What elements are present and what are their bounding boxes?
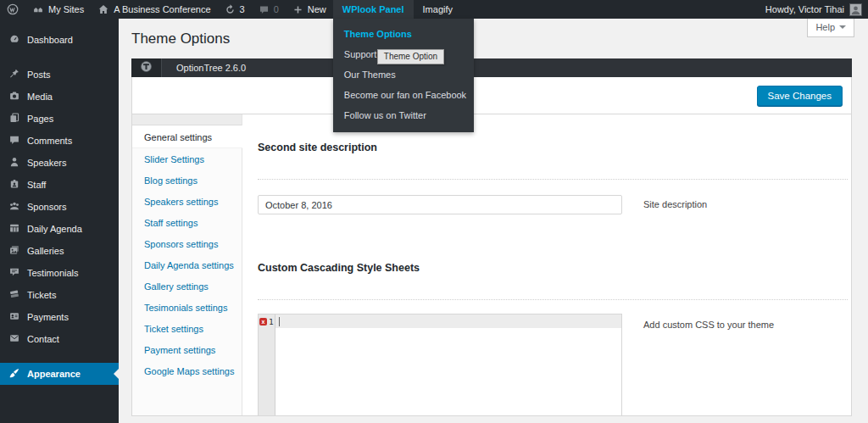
- wordpress-logo-button[interactable]: [0, 0, 25, 19]
- section-heading-custom-css: Custom Cascading Style Sheets: [258, 262, 851, 274]
- custom-css-field-row: x 1 Add custom CSS to: [258, 314, 851, 415]
- tab-list-spacer: [132, 114, 242, 125]
- wplook-panel-label: WPlook Panel: [342, 4, 404, 14]
- tab-daily-agenda-settings[interactable]: Daily Agenda settings: [132, 254, 242, 276]
- sidebar-item-comments[interactable]: Comments: [0, 130, 119, 152]
- editor-active-line: [275, 314, 621, 328]
- wplook-panel-menu-wrap: WPlook Panel Theme Options Support Our T…: [333, 0, 414, 19]
- tab-general-settings[interactable]: General settings: [132, 125, 242, 148]
- submenu-twitter[interactable]: Follow us on Twitter: [333, 105, 474, 125]
- avatar: [849, 3, 862, 16]
- camera-icon: [8, 90, 20, 103]
- tab-gallery-settings[interactable]: Gallery settings: [132, 276, 242, 297]
- save-changes-button[interactable]: Save Changes: [757, 86, 843, 106]
- custom-css-section: Custom Cascading Style Sheets x 1: [258, 262, 851, 415]
- sidebar-label: Comments: [27, 136, 72, 146]
- tab-google-maps-settings[interactable]: Google Maps settings: [132, 360, 242, 381]
- imagify-label: Imagify: [423, 4, 453, 14]
- new-content-menu[interactable]: New: [286, 0, 333, 19]
- home-icon: [97, 3, 109, 15]
- theme-option-tooltip: Theme Option: [377, 49, 444, 64]
- submenu-theme-options[interactable]: Theme Options: [333, 24, 474, 44]
- tab-speakers-settings[interactable]: Speakers settings: [132, 191, 242, 212]
- sidebar-label: Daily Agenda: [27, 224, 82, 234]
- sidebar-label: Media: [27, 92, 53, 102]
- wplook-panel-dropdown: Theme Options Support Our Themes Become …: [333, 19, 474, 132]
- tab-payment-settings[interactable]: Payment settings: [132, 339, 242, 360]
- pages-icon: [8, 112, 20, 125]
- new-label: New: [308, 4, 326, 14]
- settings-content: Second site description Site description…: [242, 114, 851, 415]
- sidebar-item-media[interactable]: Media: [0, 86, 119, 108]
- submenu-facebook[interactable]: Become our fan on Facebook: [333, 85, 474, 105]
- section-heading-site-description: Second site description: [258, 142, 851, 153]
- tab-tesimonials-settings[interactable]: Tesimonials settings: [132, 297, 242, 318]
- sidebar-item-sponsors[interactable]: Sponsors: [0, 196, 119, 218]
- sidebar-item-appearance[interactable]: Appearance: [0, 363, 119, 385]
- css-code-editor[interactable]: x 1: [258, 314, 622, 415]
- tab-ticket-settings[interactable]: Ticket settings: [132, 318, 242, 339]
- settings-tab-list: General settings Slider Settings Blog se…: [132, 114, 242, 415]
- sidebar-item-posts[interactable]: Posts: [0, 64, 119, 86]
- sidebar-item-contact[interactable]: Contact: [0, 328, 119, 350]
- gallery-icon: [8, 244, 20, 258]
- sidebar-label: Dashboard: [27, 35, 73, 45]
- sidebar-item-galleries[interactable]: Galleries: [0, 240, 119, 262]
- sidebar-item-payments[interactable]: Payments: [0, 306, 119, 328]
- site-name-menu[interactable]: A Business Conference: [91, 0, 217, 19]
- testimonial-bubble-icon: [8, 266, 20, 280]
- tickets-icon: [8, 288, 20, 302]
- schedule-grid-icon: [8, 222, 20, 236]
- admin-bar: My Sites A Business Conference 3 0 New W…: [0, 0, 868, 19]
- sidebar-item-tickets[interactable]: Tickets: [0, 284, 119, 306]
- sidebar-separator: [0, 350, 119, 363]
- dashboard-icon: [8, 33, 20, 47]
- tab-sponsors-settings[interactable]: Sponsors settings: [132, 233, 242, 254]
- site-description-input[interactable]: [258, 195, 622, 214]
- sidebar-item-speakers[interactable]: Speakers: [0, 152, 119, 174]
- sidebar-label: Contact: [27, 334, 59, 344]
- admin-bar-account[interactable]: Howdy, Victor Tihai: [765, 0, 868, 19]
- update-count: 3: [240, 4, 245, 14]
- comments-icon: [8, 134, 20, 147]
- sidebar-item-dashboard[interactable]: Dashboard: [0, 29, 119, 51]
- pin-icon: [8, 68, 20, 81]
- comment-bubble-icon: [259, 4, 270, 15]
- actions-bar: Save Changes: [131, 77, 852, 114]
- my-sites-icon: [32, 3, 44, 15]
- settings-body: General settings Slider Settings Blog se…: [131, 114, 852, 416]
- wplook-panel-menu[interactable]: WPlook Panel: [333, 0, 414, 19]
- submenu-our-themes[interactable]: Our Themes: [333, 64, 474, 85]
- sidebar-label: Speakers: [27, 158, 66, 168]
- paintbrush-icon: [8, 367, 20, 381]
- custom-css-help-text: Add custom CSS to your theme: [622, 314, 774, 330]
- sidebar-label: Appearance: [27, 369, 81, 379]
- editor-code-area[interactable]: [275, 314, 621, 415]
- sidebar-label: Sponsors: [27, 202, 66, 212]
- tab-blog-settings[interactable]: Blog settings: [132, 170, 242, 191]
- sidebar-label: Tickets: [27, 290, 56, 300]
- editor-gutter-line-1: x 1: [259, 314, 275, 328]
- tab-staff-settings[interactable]: Staff settings: [132, 212, 242, 233]
- sidebar-label: Testimonials: [27, 268, 79, 278]
- help-tab-button[interactable]: Help: [807, 19, 854, 37]
- sidebar-label: Staff: [27, 180, 46, 190]
- dotted-divider: [258, 179, 848, 180]
- my-sites-menu[interactable]: My Sites: [25, 0, 91, 19]
- sidebar-item-pages[interactable]: Pages: [0, 108, 119, 130]
- tab-slider-settings[interactable]: Slider Settings: [132, 148, 242, 170]
- sidebar-item-daily-agenda[interactable]: Daily Agenda: [0, 218, 119, 240]
- updates-icon: [225, 4, 236, 15]
- updates-menu[interactable]: 3: [218, 0, 252, 19]
- sidebar-item-testimonials[interactable]: Testimonials: [0, 262, 119, 284]
- comments-menu[interactable]: 0: [252, 0, 286, 19]
- error-marker-icon: x: [259, 318, 267, 326]
- sidebar-item-staff[interactable]: Staff: [0, 174, 119, 196]
- person-icon: [8, 156, 20, 170]
- sidebar-label: Posts: [27, 70, 51, 80]
- optiontree-panel: OptionTree 2.6.0 Save Changes General se…: [131, 58, 852, 416]
- main-content-area: Help Theme Options OptionTree 2.6.0 Save…: [119, 19, 868, 423]
- imagify-menu[interactable]: Imagify: [414, 0, 462, 19]
- site-description-field-row: Site description: [258, 195, 851, 214]
- sidebar-label: Payments: [27, 312, 69, 322]
